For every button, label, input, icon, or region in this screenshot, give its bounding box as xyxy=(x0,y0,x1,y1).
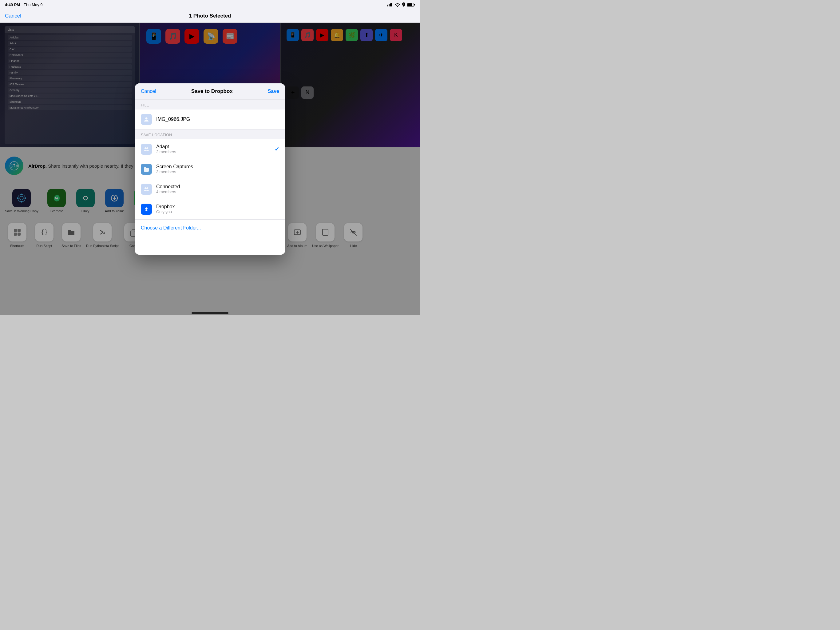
svg-point-32 xyxy=(145,117,148,119)
modal-save-button[interactable]: Save xyxy=(268,89,279,94)
location-screen-captures[interactable]: Screen Captures 3 members xyxy=(135,159,285,179)
file-section-label: FILE xyxy=(141,103,149,108)
location-section-label: SAVE LOCATION xyxy=(141,133,172,137)
connected-icon xyxy=(141,184,152,195)
svg-point-33 xyxy=(145,147,146,149)
connected-text: Connected 4 members xyxy=(156,184,180,194)
file-icon xyxy=(141,114,152,125)
screen-captures-sub: 3 members xyxy=(156,169,193,174)
top-bar-cancel[interactable]: Cancel xyxy=(5,13,21,19)
connected-name: Connected xyxy=(156,184,180,190)
connected-sub: 4 members xyxy=(156,190,180,194)
status-time: 4:49 PM xyxy=(5,2,20,7)
file-name-text: IMG_0966.JPG xyxy=(156,117,190,122)
status-bar: 4:49 PM Thu May 9 xyxy=(0,0,420,9)
battery-icon xyxy=(407,3,415,7)
modal-header: Cancel Save to Dropbox Save xyxy=(135,83,285,100)
svg-rect-1 xyxy=(388,4,390,6)
location-section-header: SAVE LOCATION xyxy=(135,130,285,139)
save-to-dropbox-modal: Cancel Save to Dropbox Save FILE IMG_096… xyxy=(135,83,285,255)
svg-rect-3 xyxy=(391,3,392,6)
screen-captures-name: Screen Captures xyxy=(156,164,193,169)
top-bar-title: 1 Photo Selected xyxy=(189,13,231,19)
screen-captures-icon xyxy=(141,164,152,175)
adapt-icon xyxy=(141,144,152,155)
svg-point-35 xyxy=(145,187,146,189)
dropbox-icon xyxy=(141,204,152,215)
modal-cancel-button[interactable]: Cancel xyxy=(141,89,156,94)
file-section-header: FILE xyxy=(135,100,285,109)
location-icon xyxy=(402,2,405,7)
modal-title: Save to Dropbox xyxy=(191,88,233,95)
location-dropbox[interactable]: Dropbox Only you xyxy=(135,199,285,219)
choose-folder-row[interactable]: Choose a Different Folder... xyxy=(135,219,285,236)
adapt-text: Adapt 2 members xyxy=(156,144,176,154)
wifi-icon xyxy=(395,3,400,7)
file-name: IMG_0966.JPG xyxy=(156,117,190,122)
svg-rect-0 xyxy=(387,5,388,6)
modal-spacer xyxy=(135,236,285,255)
adapt-name: Adapt xyxy=(156,144,176,149)
signal-icon xyxy=(387,3,393,6)
file-row: IMG_0966.JPG xyxy=(135,109,285,130)
dropbox-text: Dropbox Only you xyxy=(156,204,175,214)
svg-point-36 xyxy=(146,187,148,189)
adapt-checkmark: ✓ xyxy=(275,146,279,153)
svg-rect-2 xyxy=(390,3,391,6)
location-adapt[interactable]: Adapt 2 members ✓ xyxy=(135,139,285,159)
modal-overlay: Cancel Save to Dropbox Save FILE IMG_096… xyxy=(0,23,420,315)
status-icons xyxy=(387,2,415,7)
location-connected[interactable]: Connected 4 members xyxy=(135,179,285,199)
dropbox-sub: Only you xyxy=(156,209,175,214)
dropbox-name: Dropbox xyxy=(156,204,175,209)
svg-rect-5 xyxy=(414,4,415,6)
adapt-sub: 2 members xyxy=(156,149,176,154)
choose-folder-link[interactable]: Choose a Different Folder... xyxy=(141,225,201,230)
svg-point-34 xyxy=(146,147,148,149)
svg-rect-6 xyxy=(407,3,412,6)
status-date: Thu May 9 xyxy=(24,2,43,7)
top-bar: Cancel 1 Photo Selected xyxy=(0,9,420,23)
screen-captures-text: Screen Captures 3 members xyxy=(156,164,193,174)
